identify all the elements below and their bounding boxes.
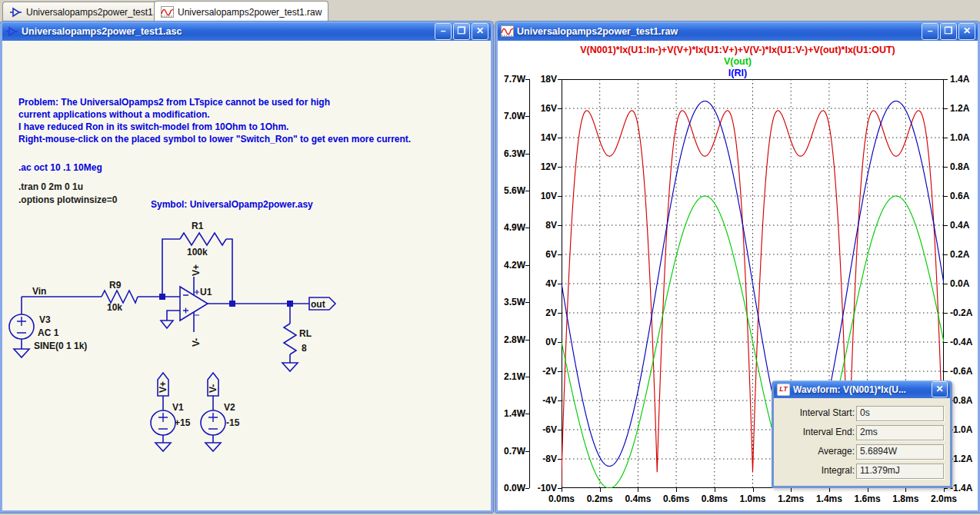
interval-end-label: Interval End:: [803, 427, 855, 437]
v3-name: V3: [39, 314, 51, 325]
trace-label-current[interactable]: I(Rl): [498, 68, 978, 78]
current-axis-tick: [944, 313, 948, 314]
r9-name: R9: [109, 280, 122, 291]
power-axis-tick: [525, 191, 529, 191]
schematic-window-title: Universalopamps2power_test1.asc: [22, 26, 432, 37]
integral-field[interactable]: 11.379mJ: [856, 464, 944, 479]
power-axis-tick: [525, 302, 529, 303]
power-axis-tick-label: 2.1W: [498, 371, 525, 382]
source-polarity-marks: [208, 413, 218, 429]
time-axis-tick: [829, 488, 830, 492]
average-field[interactable]: 5.6894W: [856, 444, 944, 460]
current-axis-tick: [944, 371, 948, 372]
current-axis-tick-label: -0.4A: [950, 337, 972, 347]
source-polarity-marks: [158, 413, 168, 429]
tab-schematic[interactable]: Universalopamps2power_test1.asc: [2, 2, 177, 22]
power-axis-tick: [525, 340, 529, 341]
power-axis-tick: [525, 116, 529, 117]
voltage-axis-tick: [558, 196, 562, 197]
dialog-close-button[interactable]: ✕: [932, 381, 948, 397]
schematic-drawing: Vin R9 10k R1 100k U1 V+ V- V3 AC 1 SINE…: [2, 41, 486, 507]
current-axis-tick: [944, 342, 948, 343]
current-axis-tick-label: 0.2A: [950, 249, 969, 260]
waveform-window-title: Universalopamps2power_test1.raw: [517, 26, 918, 37]
close-button[interactable]: ✕: [472, 23, 488, 40]
voltage-axis-tick-label: -8V: [532, 454, 557, 464]
opamp-input-marks: [183, 295, 188, 314]
time-axis-tick: [905, 488, 906, 492]
ltspice-logo-icon: LT: [777, 384, 790, 396]
current-axis-tick-label: 1.2A: [950, 103, 969, 114]
tab-waveform[interactable]: Universalopamps2power_test1.raw: [154, 1, 328, 22]
v1-value: +15: [175, 417, 191, 428]
minimize-button[interactable]: –: [435, 23, 452, 40]
time-axis-tick-label: 0.0ms: [544, 493, 579, 504]
dialog-titlebar[interactable]: LT Waveform: V(N001)*Ix(U... ✕: [774, 380, 950, 398]
time-axis-tick: [600, 488, 601, 492]
current-axis-tick: [944, 225, 948, 226]
voltage-axis-tick-label: -4V: [532, 395, 557, 406]
current-axis-tick-label: -0.2A: [950, 307, 972, 318]
waveform-pane[interactable]: V(N001)*Ix(U1:In-)+V(V+)*Ix(U1:V+)+V(V-)…: [498, 41, 978, 510]
power-axis-tick-label: 7.7W: [498, 74, 525, 85]
v2-flag-label: V-: [208, 384, 218, 393]
source-polarity-marks: [17, 317, 26, 333]
waveform-stats-dialog: LT Waveform: V(N001)*Ix(U... ✕ Interval …: [772, 380, 952, 488]
current-axis-tick-label: 0.0A: [950, 278, 969, 289]
schematic-canvas[interactable]: Problem: The UniversalOpamps2 from LTspi…: [2, 41, 491, 510]
voltage-axis-tick: [558, 167, 562, 168]
trace-label-vout[interactable]: V(out): [498, 56, 978, 67]
v1-flag-label: V+: [158, 381, 168, 393]
schematic-icon: [9, 6, 22, 18]
voltage-axis-tick-label: 14V: [532, 132, 557, 143]
time-axis-tick: [676, 488, 677, 492]
voltage-axis-tick: [558, 79, 562, 80]
power-axis-tick: [525, 79, 529, 80]
power-axis-tick: [525, 414, 529, 414]
maximize-button[interactable]: ❐: [453, 23, 470, 40]
time-axis-tick: [753, 488, 754, 492]
voltage-axis-tick-label: 10V: [532, 191, 557, 201]
schematic-window-titlebar[interactable]: Universalopamps2power_test1.asc – ❐ ✕: [2, 22, 491, 41]
time-axis-tick-label: 0.4ms: [620, 493, 655, 504]
v2-value: -15: [226, 417, 240, 428]
voltage-axis-tick-label: 18V: [532, 74, 557, 85]
voltage-axis-tick-label: -6V: [532, 424, 557, 435]
ground-icon: [161, 311, 180, 328]
voltage-axis-tick: [558, 430, 562, 430]
interval-end-field[interactable]: 2ms: [856, 425, 944, 440]
resistor-rl[interactable]: [284, 324, 296, 354]
time-axis-tick-label: 1.8ms: [888, 493, 923, 504]
trace-label-power[interactable]: V(N001)*Ix(U1:In-)+V(V+)*Ix(U1:V+)+V(V-)…: [498, 45, 978, 55]
current-axis-tick: [944, 108, 948, 109]
voltage-axis-tick: [558, 459, 562, 460]
time-axis-tick: [638, 488, 638, 492]
u1-vplus-pin-label: V+: [191, 264, 202, 276]
voltage-axis-tick: [558, 284, 562, 284]
power-axis-tick-label: 1.4W: [498, 408, 525, 419]
voltage-axis-tick: [558, 254, 562, 255]
time-axis-tick-label: 2.0ms: [926, 493, 962, 504]
junction-dot: [287, 301, 293, 307]
current-axis-tick-label: 0.8A: [950, 161, 969, 172]
r1-name: R1: [192, 221, 204, 231]
resistor-r1[interactable]: [180, 233, 226, 245]
power-axis-tick-label: 6.3W: [498, 148, 525, 159]
voltage-axis-tick-label: 12V: [532, 161, 557, 172]
voltage-axis-tick: [558, 371, 562, 372]
rl-value: 8: [302, 343, 307, 354]
time-axis-tick-label: 1.6ms: [850, 493, 885, 504]
rl-name: RL: [299, 328, 312, 339]
time-axis-tick-label: 1.0ms: [735, 493, 771, 504]
voltage-axis-tick-label: 16V: [532, 103, 557, 114]
voltage-axis-tick: [558, 225, 562, 226]
maximize-button[interactable]: ❐: [940, 23, 957, 40]
close-button[interactable]: ✕: [958, 23, 975, 40]
waveform-window-titlebar[interactable]: Universalopamps2power_test1.raw – ❐ ✕: [498, 22, 978, 41]
minimize-button[interactable]: –: [922, 23, 938, 40]
interval-start-field[interactable]: 0s: [856, 406, 944, 421]
waveform-window: Universalopamps2power_test1.raw – ❐ ✕ V(…: [495, 22, 980, 513]
current-axis-tick: [944, 196, 948, 197]
resistor-r9[interactable]: [102, 291, 138, 303]
interval-start-label: Interval Start:: [800, 407, 855, 418]
